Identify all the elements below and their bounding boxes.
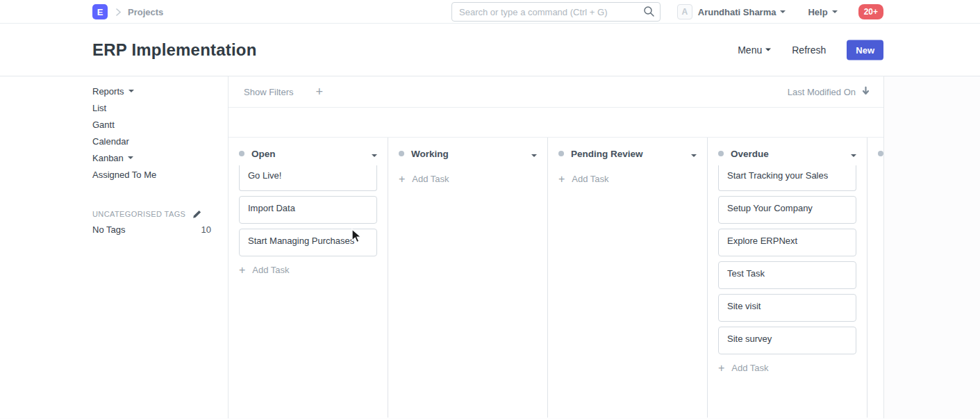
app-logo-letter: E [97, 7, 103, 17]
refresh-button[interactable]: Refresh [792, 44, 826, 56]
column-menu-button[interactable] [851, 147, 856, 160]
kanban-column-pending-review: Pending Review+Add Task [548, 138, 708, 418]
tags-section-header: UNCATEGORISED TAGS [92, 206, 211, 222]
navbar-right: A Arundhati Sharma Help 20+ [677, 0, 883, 24]
card-title: Start Managing Purchases [248, 236, 354, 246]
sidebar-item-gantt[interactable]: Gantt [92, 116, 211, 133]
add-task-button[interactable]: +Add Task [718, 363, 856, 373]
column-header: Working [399, 147, 537, 160]
card-title: Setup Your Company [727, 203, 813, 213]
add-filter-icon[interactable]: + [316, 87, 324, 97]
kanban-column-open: OpenGo Live!Import DataStart Managing Pu… [229, 138, 388, 418]
breadcrumb-chevron-icon [116, 8, 121, 16]
column-indicator-dot [718, 151, 724, 156]
kanban-card[interactable]: Import Data [239, 196, 377, 224]
add-task-button[interactable]: +Add Task [399, 174, 537, 184]
sidebar-item-assigned-to-me[interactable]: Assigned To Me [92, 166, 211, 183]
kanban-column-working: Working+Add Task [388, 138, 548, 418]
column-menu-button[interactable] [531, 147, 537, 160]
new-button[interactable]: New [847, 40, 883, 60]
tag-count: 10 [201, 224, 211, 235]
cards-container: Go Live!Import DataStart Managing Purcha… [239, 165, 377, 275]
cards-container: Start Tracking your SalesSetup Your Comp… [718, 165, 856, 373]
tag-row-no-tags[interactable]: No Tags10 [92, 222, 211, 237]
card-title: Import Data [248, 203, 295, 213]
sort-selector[interactable]: Last Modified On [788, 87, 856, 97]
plus-icon: + [558, 174, 565, 183]
kanban-card[interactable]: Setup Your Company [718, 196, 856, 224]
sidebar-item-label: Reports [92, 86, 124, 97]
add-task-button[interactable]: +Add Task [239, 265, 377, 275]
tag-label: No Tags [92, 224, 125, 235]
global-search [451, 2, 661, 22]
column-indicator-dot [239, 151, 244, 156]
menu-button[interactable]: Menu [738, 44, 771, 56]
tags-section-title: UNCATEGORISED TAGS [92, 210, 185, 218]
page-title: ERP Implementation [92, 40, 257, 60]
chevron-down-icon [128, 156, 133, 159]
chevron-down-icon [372, 154, 377, 157]
chevron-down-icon [832, 10, 838, 13]
search-icon[interactable] [643, 6, 655, 20]
card-title: Start Tracking your Sales [727, 170, 828, 181]
chevron-down-icon [851, 154, 856, 157]
cards-container: +Add Task [399, 165, 537, 184]
column-indicator-dot [878, 151, 883, 156]
search-input[interactable] [451, 2, 661, 22]
add-task-label: Add Task [731, 363, 768, 373]
tag-rows: No Tags10 [92, 222, 211, 237]
avatar[interactable]: A [677, 4, 692, 19]
kanban-card[interactable]: Start Managing Purchases [239, 229, 377, 256]
column-menu-button[interactable] [691, 147, 697, 160]
layout: ReportsListGanttCalendarKanbanAssigned T… [0, 76, 980, 418]
notifications-badge[interactable]: 20+ [858, 4, 883, 19]
kanban-card[interactable]: Start Tracking your Sales [718, 165, 856, 191]
sidebar-item-reports[interactable]: Reports [92, 83, 211, 99]
sidebar-items: ReportsListGanttCalendarKanbanAssigned T… [92, 83, 211, 183]
edit-tags-pencil-icon[interactable] [192, 210, 201, 219]
kanban-card[interactable]: Go Live! [239, 165, 377, 191]
filter-edit-area [229, 108, 883, 138]
show-filters-button[interactable]: Show Filters [244, 87, 294, 97]
add-task-label: Add Task [252, 265, 289, 275]
sort-direction-icon[interactable] [862, 85, 870, 98]
user-menu[interactable]: Arundhati Sharma [698, 7, 786, 17]
add-task-label: Add Task [412, 174, 449, 184]
sidebar-item-label: List [92, 103, 106, 113]
column-header: Overdue [718, 147, 856, 160]
page-head: ERP Implementation Menu Refresh New [0, 24, 980, 76]
kanban-card[interactable]: Explore ERPNext [718, 229, 856, 256]
kanban-board: OpenGo Live!Import DataStart Managing Pu… [229, 138, 883, 418]
navbar-left: E Projects [92, 0, 163, 24]
chevron-down-icon [128, 90, 134, 92]
add-task-button[interactable]: +Add Task [558, 174, 697, 184]
kanban-card[interactable]: Site visit [718, 294, 856, 322]
card-title: Site visit [727, 301, 761, 311]
sidebar-item-list[interactable]: List [92, 99, 211, 116]
plus-icon: + [399, 174, 405, 183]
app-logo[interactable]: E [92, 4, 108, 19]
column-title: Working [411, 149, 449, 159]
column-header: Open [239, 147, 377, 160]
kanban-column-partial [867, 138, 883, 418]
help-menu[interactable]: Help [808, 7, 837, 17]
add-task-label: Add Task [572, 174, 608, 184]
sidebar: ReportsListGanttCalendarKanbanAssigned T… [0, 76, 229, 418]
cards-container: +Add Task [558, 165, 697, 184]
card-title: Go Live! [248, 170, 281, 181]
user-name: Arundhati Sharma [698, 7, 776, 17]
help-label: Help [808, 7, 827, 17]
breadcrumb[interactable]: Projects [128, 7, 163, 17]
column-indicator-dot [399, 151, 404, 156]
kanban-page: Show Filters + Last Modified On OpenGo L… [229, 76, 884, 418]
sidebar-item-calendar[interactable]: Calendar [92, 133, 211, 149]
sort-area: Last Modified On [788, 85, 870, 98]
column-title: Pending Review [571, 149, 643, 159]
page-actions: Menu Refresh New [738, 40, 883, 60]
kanban-card[interactable]: Site survey [718, 327, 856, 354]
column-title: Overdue [731, 149, 769, 159]
column-menu-button[interactable] [372, 147, 377, 160]
kanban-card[interactable]: Test Task [718, 261, 856, 289]
sidebar-item-kanban[interactable]: Kanban [92, 149, 211, 166]
plus-icon: + [718, 363, 724, 372]
